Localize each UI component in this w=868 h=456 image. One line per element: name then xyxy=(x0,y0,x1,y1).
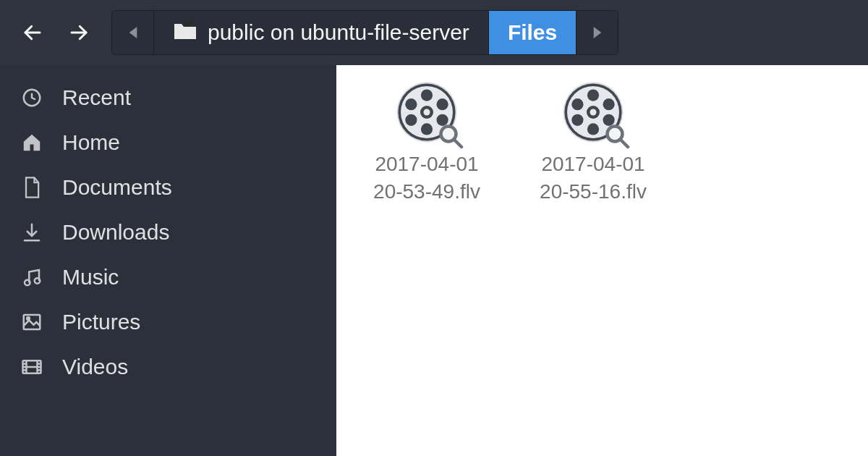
triangle-left-icon xyxy=(128,27,138,38)
path-bar: public on ubuntu-file-server Files xyxy=(111,10,618,55)
svg-line-33 xyxy=(454,140,462,148)
svg-line-46 xyxy=(621,140,629,148)
path-segment-location[interactable]: public on ubuntu-file-server xyxy=(154,11,489,54)
sidebar-item-label: Recent xyxy=(62,85,131,110)
sidebar-item-downloads[interactable]: Downloads xyxy=(0,210,336,255)
sidebar-item-recent[interactable]: Recent xyxy=(0,75,336,120)
svg-point-42 xyxy=(603,98,615,110)
sidebar-item-label: Documents xyxy=(62,175,172,200)
svg-rect-4 xyxy=(187,25,190,27)
film-reel-icon xyxy=(561,80,626,145)
toolbar: public on ubuntu-file-server Files xyxy=(0,0,868,65)
svg-point-38 xyxy=(590,109,597,116)
svg-point-30 xyxy=(405,114,417,126)
triangle-right-icon xyxy=(592,27,603,38)
picture-icon xyxy=(17,311,46,333)
svg-point-43 xyxy=(571,114,583,126)
sidebar: Recent Home Documents Downloads xyxy=(0,65,336,456)
file-pane: 2017-04-01 20-53-49.flv xyxy=(336,65,868,456)
arrow-right-icon xyxy=(68,22,90,43)
path-prev-button[interactable] xyxy=(112,11,154,54)
sidebar-item-label: Home xyxy=(62,130,120,155)
back-button[interactable] xyxy=(14,14,51,51)
document-icon xyxy=(17,176,46,199)
magnifier-icon xyxy=(438,123,464,149)
clock-icon xyxy=(17,87,46,109)
home-icon xyxy=(17,132,46,153)
sidebar-item-label: Downloads xyxy=(62,220,169,245)
path-segment-current[interactable]: Files xyxy=(489,11,576,54)
sidebar-item-videos[interactable]: Videos xyxy=(0,345,336,389)
magnifier-icon xyxy=(604,123,630,149)
sidebar-item-label: Music xyxy=(62,265,119,290)
svg-point-26 xyxy=(421,90,433,101)
sidebar-item-label: Pictures xyxy=(62,310,140,334)
svg-point-41 xyxy=(571,98,583,110)
path-next-button[interactable] xyxy=(576,11,618,54)
sidebar-item-documents[interactable]: Documents xyxy=(0,165,336,210)
svg-point-25 xyxy=(424,109,430,116)
path-segment-label: public on ubuntu-file-server xyxy=(208,20,469,45)
file-name: 2017-04-01 20-55-16.flv xyxy=(524,151,662,206)
video-icon xyxy=(17,356,46,378)
svg-point-29 xyxy=(437,98,448,110)
download-icon xyxy=(17,221,46,243)
svg-point-12 xyxy=(27,317,30,320)
sidebar-item-home[interactable]: Home xyxy=(0,120,336,165)
file-name: 2017-04-01 20-53-49.flv xyxy=(358,151,495,206)
sidebar-item-pictures[interactable]: Pictures xyxy=(0,300,336,345)
forward-button[interactable] xyxy=(61,14,97,51)
svg-marker-5 xyxy=(593,27,601,38)
svg-rect-3 xyxy=(184,20,193,25)
sidebar-item-label: Videos xyxy=(62,355,128,379)
svg-point-40 xyxy=(587,123,599,135)
svg-point-28 xyxy=(405,98,417,110)
film-reel-icon xyxy=(394,80,459,145)
music-icon xyxy=(17,266,46,288)
file-item[interactable]: 2017-04-01 20-53-49.flv xyxy=(358,80,495,206)
network-folder-icon xyxy=(173,20,197,46)
sidebar-item-music[interactable]: Music xyxy=(0,255,336,300)
path-segment-label: Files xyxy=(508,20,557,45)
svg-point-10 xyxy=(35,278,41,284)
file-item[interactable]: 2017-04-01 20-55-16.flv xyxy=(524,80,662,206)
svg-point-27 xyxy=(421,123,433,135)
svg-point-9 xyxy=(25,280,30,286)
arrow-left-icon xyxy=(22,22,43,43)
svg-point-39 xyxy=(587,90,599,101)
svg-marker-2 xyxy=(129,27,137,38)
